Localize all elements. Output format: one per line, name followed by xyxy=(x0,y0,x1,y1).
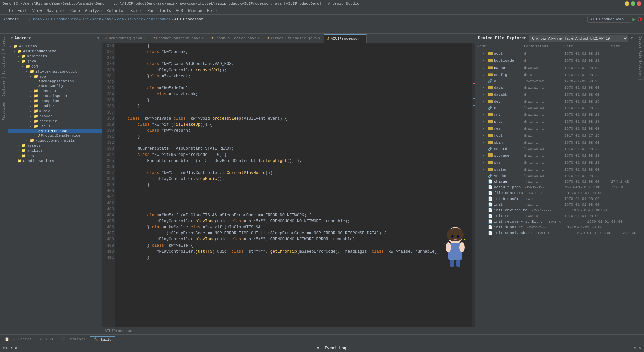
android-selector[interactable]: Android ▾ xyxy=(1,16,25,22)
file-row-init.recovery.sun8i.rc[interactable]: 📄init.recovery.sun8i.rc-rwxr-x---1970-01… xyxy=(475,219,636,224)
expand-arrow-acct[interactable]: ▸ xyxy=(483,52,487,56)
breadcrumb-demo[interactable]: Demo xyxy=(33,17,42,21)
menu-item-run[interactable]: Run xyxy=(145,8,157,14)
breadcrumb-main[interactable]: main xyxy=(92,17,101,21)
menu-item-analyze[interactable]: Analyze xyxy=(83,8,104,14)
todo-tab[interactable]: ✓ TODO xyxy=(36,336,56,342)
tree-item-constant[interactable]: ▸📁constant xyxy=(8,88,102,93)
tree-item-democonfig[interactable]: JDemoConfig xyxy=(8,84,102,88)
tab-CrashCollector-java[interactable]: JCrashCollector.java× xyxy=(207,34,263,43)
file-row-etc[interactable]: 🔗etclrwxrwxrwx1970-01-02 08:28 xyxy=(475,105,636,111)
file-row-mnt[interactable]: ▸mntdrwxrwxr-x1970-01-02 08:28 xyxy=(475,111,636,118)
file-row-default.prop[interactable]: 📄default.prop-rw-r--r--1970-01-01 08:001… xyxy=(475,184,636,190)
debug-button[interactable]: 🐞 xyxy=(637,16,643,22)
breadcrumb-src[interactable]: src xyxy=(82,17,89,21)
file-row-root[interactable]: ▸rootdrwx------2017-01-02 17:16 xyxy=(475,132,636,139)
tab-AsrResultHandler-java[interactable]: JAsrResultHandler.java× xyxy=(263,34,324,43)
file-row-sys[interactable]: ▸sysdr-xr-xr-x1970-01-02 08:28 xyxy=(475,159,636,166)
minimize-button[interactable]: − xyxy=(625,1,629,6)
tab-ProductConstant-java[interactable]: JProductConstant.java× xyxy=(149,34,208,43)
file-row-bootloader[interactable]: ▸bootloaderd--------1970-01-02 08:28 xyxy=(475,57,636,64)
project-tool[interactable]: Project xyxy=(1,34,6,53)
tree-item-aiuidemo[interactable]: ▾📁AIUIDemo xyxy=(8,44,102,49)
tree-item-gradle-scripts[interactable]: ▸📁Gradle Scripts xyxy=(8,158,102,163)
file-row-data[interactable]: ▸datadrwxrwx--x1970-01-02 08:00 xyxy=(475,84,636,91)
expand-arrow-bootloader[interactable]: ▸ xyxy=(483,59,487,63)
file-row-charger[interactable]: 📄charger-rwxr-x---1970-01-01 08:00274.1 … xyxy=(475,179,636,184)
tree-item-assets[interactable]: ▸📁assets xyxy=(8,143,102,148)
structure-tool[interactable]: Structure xyxy=(1,53,6,77)
tree-item-com[interactable]: ▾📁com xyxy=(8,64,102,69)
file-row-config[interactable]: ▸configdr-x------1970-01-02 08:28 xyxy=(475,71,636,78)
captures-tool[interactable]: Captures xyxy=(1,77,6,99)
tree-item-utils[interactable]: ▾📁utils xyxy=(8,124,102,129)
file-row-res[interactable]: ▸resdrwxr-xr-x1970-01-02 08:00 xyxy=(475,125,636,132)
file-row-vendor[interactable]: 🔗vendorlrwxrwxrwx1970-01-02 08:28 xyxy=(475,173,636,179)
code-editor[interactable]: } class="kw">break; class="kw">case AIUC… xyxy=(115,43,472,327)
tree-item-aiuiproductdemo[interactable]: ▾📁AIUIProductDemo xyxy=(8,49,102,54)
expand-arrow-cache[interactable]: ▸ xyxy=(483,66,487,70)
breadcrumb-com[interactable]: com xyxy=(117,17,124,21)
file-row-dev[interactable]: ▸devdrwxr-xr-x1970-01-02 08:29 xyxy=(475,98,636,105)
tree-item-java[interactable]: ▾📁java xyxy=(8,59,102,64)
expand-arrow-databk[interactable]: ▸ xyxy=(483,93,487,97)
tree-item-demoapplication[interactable]: JDemoApplication xyxy=(8,79,102,84)
breadcrumb-aiui[interactable]: AIUIProductDemo xyxy=(45,17,78,21)
menu-item-file[interactable]: File xyxy=(1,8,15,14)
tree-item-aiuiprocessor[interactable]: JAIUIProcessor xyxy=(8,129,102,133)
file-row-init[interactable]: 📄init-rwxr-x---1970-01-01 08:00 xyxy=(475,202,636,207)
tree-item-handler[interactable]: ▸📁handler xyxy=(8,103,102,108)
file-row-sbin[interactable]: ▸sbindrwxr-x---1970-01-01 08:00 xyxy=(475,139,636,146)
file-row-acct[interactable]: ▸acctd--------1970-01-02 08:28 xyxy=(475,50,636,57)
menu-item-tools[interactable]: Tools xyxy=(157,8,173,14)
logcat-tab[interactable]: 📋 6: Logcat xyxy=(1,336,35,342)
tree-item-exception[interactable]: ▸📁exception xyxy=(8,98,102,103)
menu-item-navigate[interactable]: Navigate xyxy=(44,8,68,14)
file-row-proc[interactable]: ▸procdr-xr-xr-x1970-01-02 08:28 xyxy=(475,118,636,125)
file-row-system[interactable]: ▸systemdrwxr-xr-x1970-01-01 08:00 xyxy=(475,166,636,173)
breadcrumb-aiuiprocessor[interactable]: AIUIProcessor xyxy=(174,17,203,21)
menu-item-code[interactable]: Code xyxy=(68,8,82,14)
file-row-file_contexts[interactable]: 📄file_contexts-rw-r--r--1970-01-01 08:00 xyxy=(475,190,636,196)
tree-item-jnilibs[interactable]: ▸📁jniLibs xyxy=(8,148,102,153)
menu-item-view[interactable]: View xyxy=(30,8,44,14)
expand-arrow-config[interactable]: ▸ xyxy=(483,73,487,77)
file-row-init.rc[interactable]: 📄init.rc-rwxr-x---1970-01-01 08:00 xyxy=(475,213,636,219)
file-row-storage[interactable]: ▸storagedrwx--x--x1970-01-02 08:28 xyxy=(475,152,636,159)
menu-item-help[interactable]: Help xyxy=(205,8,219,14)
file-row-init.environ.rc[interactable]: 📄init.environ.rc-rwxr-x---1970-01-01 08:… xyxy=(475,207,636,213)
favorites-tool[interactable]: Favorites xyxy=(1,99,6,123)
file-row-databk[interactable]: ▸databkd--------1970-01-02 08:00 xyxy=(475,91,636,98)
file-row-cache[interactable]: ▸cachedrwxrwx---1970-01-02 08:00 xyxy=(475,64,636,71)
expand-arrow-proc[interactable]: ▸ xyxy=(483,120,487,124)
menu-item-vcs[interactable]: VCS xyxy=(174,8,185,14)
menu-item-window[interactable]: Window xyxy=(186,8,204,14)
file-row-fstab.sun8i[interactable]: 📄fstab.sun8i-rw-r--r--1970-01-01 08:00 xyxy=(475,196,636,202)
menu-item-build[interactable]: Build xyxy=(128,8,145,14)
tree-settings[interactable]: ⚙ xyxy=(97,36,99,41)
close-button[interactable]: × xyxy=(637,1,641,6)
breadcrumb-iflytek[interactable]: iflytek xyxy=(127,17,143,21)
event-log-close[interactable]: ✕ xyxy=(639,346,641,351)
device-file-explorer-tab[interactable]: Device File Explorer xyxy=(638,34,643,80)
device-selector[interactable]: Unknown Allwinner-Tablet Android 4.4.2, … xyxy=(529,35,628,42)
expand-arrow-res[interactable]: ▸ xyxy=(483,127,487,131)
event-log-settings[interactable]: ⚙ xyxy=(634,346,636,351)
tab-AIUIProcessor[interactable]: JAIUIProcessor× xyxy=(324,34,367,43)
menu-item-refactor[interactable]: Refactor xyxy=(104,8,128,14)
menu-item-edit[interactable]: Edit xyxy=(16,8,30,14)
tree-item-receiver[interactable]: ▸📁receiver xyxy=(8,119,102,124)
expand-arrow-system[interactable]: ▸ xyxy=(483,168,487,172)
run-button[interactable]: ▶ xyxy=(632,16,636,23)
expand-arrow-sbin[interactable]: ▸ xyxy=(483,141,487,145)
expand-arrow-storage[interactable]: ▸ xyxy=(483,153,487,158)
tree-item-manifests[interactable]: ▸📁manifests xyxy=(8,54,102,59)
tree-item-kugou-common-utils[interactable]: ▸📁kugou.common.utils xyxy=(8,138,102,143)
terminal-tab[interactable]: ⬛ Terminal xyxy=(58,336,89,342)
tree-item-res[interactable]: ▸📁res xyxy=(8,153,102,158)
maximize-button[interactable]: □ xyxy=(631,1,635,6)
expand-arrow-root[interactable]: ▸ xyxy=(483,134,487,138)
tree-item-music[interactable]: ▸📁music xyxy=(8,108,102,114)
tree-item-iflytek-aiuiproduct[interactable]: ▾📁iflytek.aiuiproduct xyxy=(8,69,102,74)
explorer-settings[interactable]: ⚙ xyxy=(631,36,633,41)
